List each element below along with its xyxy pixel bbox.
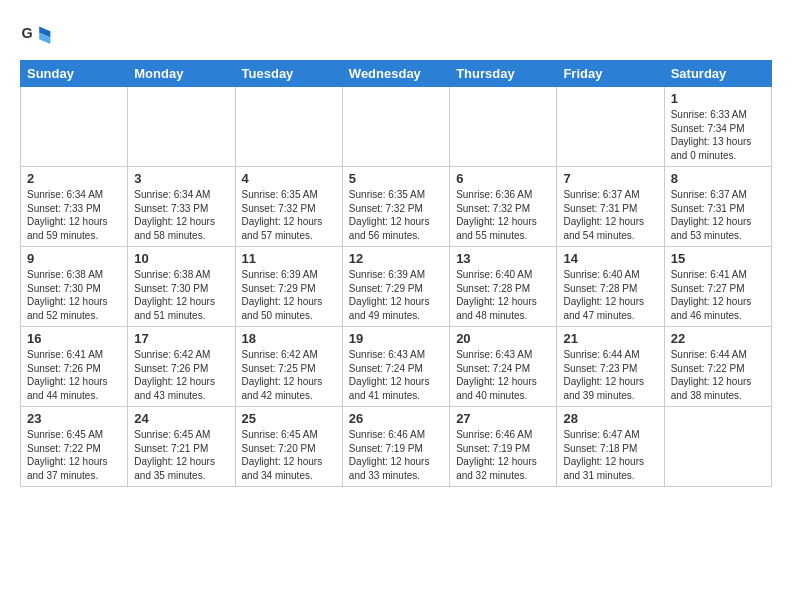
calendar-cell: 10Sunrise: 6:38 AM Sunset: 7:30 PM Dayli…	[128, 247, 235, 327]
logo: G	[20, 20, 56, 52]
day-info: Sunrise: 6:41 AM Sunset: 7:26 PM Dayligh…	[27, 348, 121, 402]
weekday-header-row: SundayMondayTuesdayWednesdayThursdayFrid…	[21, 61, 772, 87]
day-info: Sunrise: 6:42 AM Sunset: 7:26 PM Dayligh…	[134, 348, 228, 402]
day-number: 8	[671, 171, 765, 186]
day-info: Sunrise: 6:39 AM Sunset: 7:29 PM Dayligh…	[242, 268, 336, 322]
day-info: Sunrise: 6:41 AM Sunset: 7:27 PM Dayligh…	[671, 268, 765, 322]
calendar-cell: 11Sunrise: 6:39 AM Sunset: 7:29 PM Dayli…	[235, 247, 342, 327]
weekday-header-tuesday: Tuesday	[235, 61, 342, 87]
weekday-header-saturday: Saturday	[664, 61, 771, 87]
calendar-cell: 18Sunrise: 6:42 AM Sunset: 7:25 PM Dayli…	[235, 327, 342, 407]
calendar-cell: 15Sunrise: 6:41 AM Sunset: 7:27 PM Dayli…	[664, 247, 771, 327]
calendar-cell	[664, 407, 771, 487]
calendar-table: SundayMondayTuesdayWednesdayThursdayFrid…	[20, 60, 772, 487]
day-number: 27	[456, 411, 550, 426]
day-number: 2	[27, 171, 121, 186]
day-info: Sunrise: 6:42 AM Sunset: 7:25 PM Dayligh…	[242, 348, 336, 402]
calendar-cell: 14Sunrise: 6:40 AM Sunset: 7:28 PM Dayli…	[557, 247, 664, 327]
day-info: Sunrise: 6:37 AM Sunset: 7:31 PM Dayligh…	[671, 188, 765, 242]
calendar-cell: 12Sunrise: 6:39 AM Sunset: 7:29 PM Dayli…	[342, 247, 449, 327]
day-info: Sunrise: 6:44 AM Sunset: 7:22 PM Dayligh…	[671, 348, 765, 402]
day-info: Sunrise: 6:34 AM Sunset: 7:33 PM Dayligh…	[134, 188, 228, 242]
calendar-cell: 24Sunrise: 6:45 AM Sunset: 7:21 PM Dayli…	[128, 407, 235, 487]
day-number: 12	[349, 251, 443, 266]
day-number: 24	[134, 411, 228, 426]
day-info: Sunrise: 6:44 AM Sunset: 7:23 PM Dayligh…	[563, 348, 657, 402]
day-info: Sunrise: 6:33 AM Sunset: 7:34 PM Dayligh…	[671, 108, 765, 162]
day-info: Sunrise: 6:40 AM Sunset: 7:28 PM Dayligh…	[456, 268, 550, 322]
day-number: 25	[242, 411, 336, 426]
calendar-cell: 9Sunrise: 6:38 AM Sunset: 7:30 PM Daylig…	[21, 247, 128, 327]
header: G	[20, 16, 772, 52]
calendar-cell: 22Sunrise: 6:44 AM Sunset: 7:22 PM Dayli…	[664, 327, 771, 407]
calendar-week-row: 23Sunrise: 6:45 AM Sunset: 7:22 PM Dayli…	[21, 407, 772, 487]
svg-text:G: G	[22, 25, 33, 41]
calendar-cell: 13Sunrise: 6:40 AM Sunset: 7:28 PM Dayli…	[450, 247, 557, 327]
day-info: Sunrise: 6:34 AM Sunset: 7:33 PM Dayligh…	[27, 188, 121, 242]
calendar-cell	[128, 87, 235, 167]
day-info: Sunrise: 6:38 AM Sunset: 7:30 PM Dayligh…	[27, 268, 121, 322]
calendar-cell: 26Sunrise: 6:46 AM Sunset: 7:19 PM Dayli…	[342, 407, 449, 487]
calendar-cell: 2Sunrise: 6:34 AM Sunset: 7:33 PM Daylig…	[21, 167, 128, 247]
day-number: 9	[27, 251, 121, 266]
weekday-header-sunday: Sunday	[21, 61, 128, 87]
calendar-cell: 27Sunrise: 6:46 AM Sunset: 7:19 PM Dayli…	[450, 407, 557, 487]
calendar-cell: 6Sunrise: 6:36 AM Sunset: 7:32 PM Daylig…	[450, 167, 557, 247]
day-number: 5	[349, 171, 443, 186]
calendar-cell: 25Sunrise: 6:45 AM Sunset: 7:20 PM Dayli…	[235, 407, 342, 487]
day-info: Sunrise: 6:46 AM Sunset: 7:19 PM Dayligh…	[456, 428, 550, 482]
calendar-cell: 28Sunrise: 6:47 AM Sunset: 7:18 PM Dayli…	[557, 407, 664, 487]
day-info: Sunrise: 6:38 AM Sunset: 7:30 PM Dayligh…	[134, 268, 228, 322]
day-info: Sunrise: 6:43 AM Sunset: 7:24 PM Dayligh…	[349, 348, 443, 402]
calendar-cell	[235, 87, 342, 167]
day-number: 3	[134, 171, 228, 186]
page: G SundayMondayTuesdayWednesdayThursdayFr…	[0, 0, 792, 497]
day-info: Sunrise: 6:40 AM Sunset: 7:28 PM Dayligh…	[563, 268, 657, 322]
day-number: 11	[242, 251, 336, 266]
calendar-week-row: 2Sunrise: 6:34 AM Sunset: 7:33 PM Daylig…	[21, 167, 772, 247]
calendar-cell: 5Sunrise: 6:35 AM Sunset: 7:32 PM Daylig…	[342, 167, 449, 247]
day-info: Sunrise: 6:46 AM Sunset: 7:19 PM Dayligh…	[349, 428, 443, 482]
day-info: Sunrise: 6:36 AM Sunset: 7:32 PM Dayligh…	[456, 188, 550, 242]
calendar-cell	[342, 87, 449, 167]
calendar-cell: 7Sunrise: 6:37 AM Sunset: 7:31 PM Daylig…	[557, 167, 664, 247]
logo-icon: G	[20, 20, 52, 52]
weekday-header-friday: Friday	[557, 61, 664, 87]
day-number: 28	[563, 411, 657, 426]
day-number: 22	[671, 331, 765, 346]
day-info: Sunrise: 6:37 AM Sunset: 7:31 PM Dayligh…	[563, 188, 657, 242]
calendar-cell: 3Sunrise: 6:34 AM Sunset: 7:33 PM Daylig…	[128, 167, 235, 247]
calendar-cell: 16Sunrise: 6:41 AM Sunset: 7:26 PM Dayli…	[21, 327, 128, 407]
day-info: Sunrise: 6:45 AM Sunset: 7:22 PM Dayligh…	[27, 428, 121, 482]
weekday-header-wednesday: Wednesday	[342, 61, 449, 87]
day-number: 21	[563, 331, 657, 346]
calendar-cell: 8Sunrise: 6:37 AM Sunset: 7:31 PM Daylig…	[664, 167, 771, 247]
calendar-cell: 20Sunrise: 6:43 AM Sunset: 7:24 PM Dayli…	[450, 327, 557, 407]
day-number: 18	[242, 331, 336, 346]
calendar-week-row: 1Sunrise: 6:33 AM Sunset: 7:34 PM Daylig…	[21, 87, 772, 167]
calendar-cell	[21, 87, 128, 167]
day-number: 10	[134, 251, 228, 266]
day-number: 23	[27, 411, 121, 426]
day-number: 20	[456, 331, 550, 346]
day-info: Sunrise: 6:35 AM Sunset: 7:32 PM Dayligh…	[242, 188, 336, 242]
calendar-cell: 4Sunrise: 6:35 AM Sunset: 7:32 PM Daylig…	[235, 167, 342, 247]
day-info: Sunrise: 6:39 AM Sunset: 7:29 PM Dayligh…	[349, 268, 443, 322]
day-number: 13	[456, 251, 550, 266]
calendar-cell: 19Sunrise: 6:43 AM Sunset: 7:24 PM Dayli…	[342, 327, 449, 407]
day-number: 19	[349, 331, 443, 346]
day-number: 15	[671, 251, 765, 266]
day-info: Sunrise: 6:45 AM Sunset: 7:21 PM Dayligh…	[134, 428, 228, 482]
day-number: 7	[563, 171, 657, 186]
calendar-cell: 1Sunrise: 6:33 AM Sunset: 7:34 PM Daylig…	[664, 87, 771, 167]
calendar-body: 1Sunrise: 6:33 AM Sunset: 7:34 PM Daylig…	[21, 87, 772, 487]
weekday-header-monday: Monday	[128, 61, 235, 87]
day-number: 4	[242, 171, 336, 186]
calendar-cell: 17Sunrise: 6:42 AM Sunset: 7:26 PM Dayli…	[128, 327, 235, 407]
calendar-week-row: 16Sunrise: 6:41 AM Sunset: 7:26 PM Dayli…	[21, 327, 772, 407]
calendar-cell	[450, 87, 557, 167]
day-number: 17	[134, 331, 228, 346]
weekday-header-thursday: Thursday	[450, 61, 557, 87]
day-info: Sunrise: 6:45 AM Sunset: 7:20 PM Dayligh…	[242, 428, 336, 482]
day-number: 14	[563, 251, 657, 266]
